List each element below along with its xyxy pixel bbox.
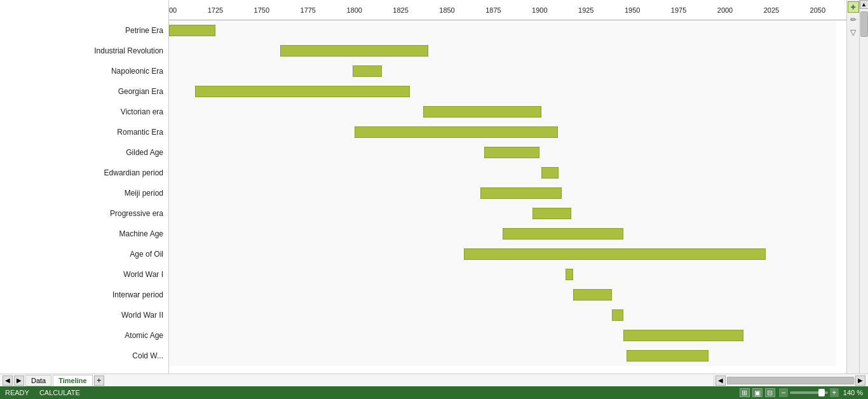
- h-scroll-left[interactable]: ◀: [715, 375, 726, 386]
- add-sheet-button[interactable]: +: [94, 375, 104, 386]
- axis-tick-1900: 1900: [532, 0, 547, 20]
- axis-label-1900: 1900: [532, 0, 547, 20]
- axis-tick-1875: 1875: [485, 0, 501, 20]
- h-scroll-right[interactable]: ▶: [855, 375, 865, 386]
- row-label-11: Age of Oil: [0, 244, 168, 264]
- axis-tick-1750: 1750: [254, 0, 269, 20]
- row-label-0: Petrine Era: [0, 20, 168, 41]
- axis-label-1850: 1850: [439, 0, 454, 20]
- axis-label-1800: 1800: [346, 0, 362, 20]
- axis-tick-2050: 2050: [810, 0, 825, 20]
- view-icons: ⊞ ▣ ⊟: [740, 388, 775, 397]
- bar-12: [566, 269, 573, 280]
- tab-data[interactable]: Data: [25, 375, 51, 386]
- axis-label-1950: 1950: [625, 0, 640, 20]
- axis-tick-1850: 1850: [439, 0, 454, 20]
- zoom-out-button[interactable]: −: [779, 388, 788, 397]
- tabs-container: DataTimeline: [25, 375, 93, 386]
- scroll-thumb[interactable]: [860, 11, 868, 37]
- zoom-level: 140 %: [843, 389, 863, 396]
- zoom-slider-thumb[interactable]: [818, 389, 825, 396]
- chart-scroll-area: Petrine EraIndustrial RevolutionNapoleon…: [0, 0, 868, 374]
- row-label-4: Victorian era: [0, 102, 168, 122]
- bar-row-5: [169, 122, 836, 142]
- row-label-14: World War II: [0, 305, 168, 325]
- h-scroll-track[interactable]: [727, 377, 854, 384]
- right-side-panel: + ✏ ▽: [846, 0, 859, 374]
- zoom-slider[interactable]: [790, 391, 828, 394]
- zoom-in-button[interactable]: +: [830, 388, 839, 397]
- bar-3: [195, 86, 410, 97]
- axis-label-2000: 2000: [717, 0, 733, 20]
- axis-tick-1975: 1975: [671, 0, 686, 20]
- row-label-5: Romantic Era: [0, 122, 168, 142]
- axis-tick-1800: 1800: [346, 0, 362, 20]
- bar-8: [480, 187, 562, 199]
- bar-10: [503, 228, 623, 240]
- row-label-1: Industrial Revolution: [0, 41, 168, 61]
- axis-label-1975: 1975: [671, 0, 686, 20]
- bar-row-0: [169, 20, 836, 41]
- edit-icon[interactable]: ✏: [848, 14, 859, 25]
- bar-row-4: [169, 102, 836, 122]
- add-icon[interactable]: +: [848, 1, 859, 13]
- filter-icon[interactable]: ▽: [848, 27, 859, 38]
- bar-5: [355, 126, 559, 138]
- bar-row-15: [169, 325, 836, 346]
- axis-label-1825: 1825: [393, 0, 408, 20]
- bar-11: [464, 248, 766, 260]
- axis-tick-2025: 2025: [764, 0, 779, 20]
- bar-row-1: [169, 41, 836, 61]
- bar-0: [169, 25, 215, 36]
- status-left: READY CALCULATE: [5, 389, 80, 396]
- axis-label-2050: 2050: [810, 0, 825, 20]
- row-label-2: Napoleonic Era: [0, 61, 168, 81]
- h-scroll-separator: [714, 375, 714, 386]
- bar-row-9: [169, 203, 836, 224]
- bar-row-3: [169, 81, 836, 102]
- row-label-15: Atomic Age: [0, 325, 168, 346]
- bar-9: [532, 208, 571, 219]
- scroll-up-arrow[interactable]: ▲: [860, 0, 869, 9]
- h-scroll-area: ◀ ▶: [714, 375, 865, 386]
- bar-7: [541, 167, 558, 179]
- row-label-8: Meiji period: [0, 183, 168, 203]
- status-calculate: CALCULATE: [39, 389, 80, 396]
- top-btn-panel: + ✏ ▽: [847, 0, 859, 38]
- grid-and-bars: [169, 20, 836, 366]
- bar-15: [623, 330, 744, 341]
- axis-tick-1825: 1825: [393, 0, 408, 20]
- status-right: ⊞ ▣ ⊟ − + 140 %: [740, 388, 863, 397]
- bar-row-6: [169, 142, 836, 163]
- page-view-icon[interactable]: ▣: [752, 388, 763, 397]
- bar-row-2: [169, 61, 836, 81]
- row-label-13: Interwar period: [0, 285, 168, 305]
- vertical-scrollbar[interactable]: ▲: [859, 0, 868, 374]
- tab-timeline[interactable]: Timeline: [53, 375, 92, 386]
- bottom-tab-bar: ◀ ▶ DataTimeline + ◀ ▶: [0, 374, 868, 386]
- zoom-controls: − + 140 %: [779, 388, 863, 397]
- grid-view-icon[interactable]: ⊞: [740, 388, 750, 397]
- page-break-icon[interactable]: ⊟: [765, 388, 775, 397]
- bar-2: [353, 65, 383, 77]
- h-scroll-thumb[interactable]: [728, 377, 855, 384]
- bar-1: [280, 45, 428, 57]
- bar-4: [423, 106, 542, 118]
- left-labels: Petrine EraIndustrial RevolutionNapoleon…: [0, 0, 168, 374]
- bar-13: [573, 289, 612, 301]
- axis-header: 1700172517501775180018251850187519001925…: [169, 0, 846, 20]
- sheet-nav-prev[interactable]: ◀: [3, 375, 13, 386]
- row-label-3: Georgian Era: [0, 81, 168, 102]
- axis-tick-1725: 1725: [208, 0, 223, 20]
- axis-tick-2000: 2000: [717, 0, 733, 20]
- row-label-16: Cold W...: [0, 346, 168, 366]
- axis-label-1775: 1775: [301, 0, 316, 20]
- chart-area: 1700172517501775180018251850187519001925…: [168, 0, 846, 374]
- axis-tick-1950: 1950: [625, 0, 640, 20]
- axis-tick-1775: 1775: [301, 0, 316, 20]
- bar-row-16: [169, 346, 836, 366]
- bar-14: [612, 309, 623, 321]
- axis-label-1725: 1725: [208, 0, 223, 20]
- bar-16: [627, 350, 708, 362]
- sheet-nav-next[interactable]: ▶: [14, 375, 24, 386]
